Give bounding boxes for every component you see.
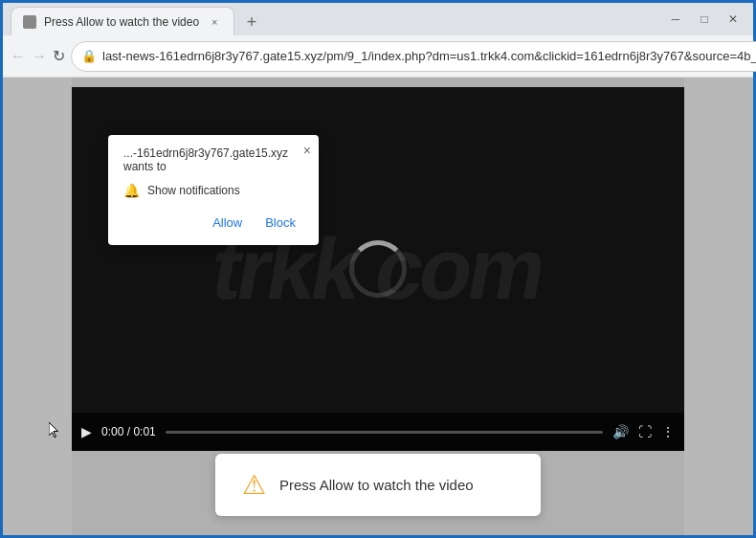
minimize-button[interactable]: ─ — [663, 7, 688, 32]
active-tab[interactable]: Press Allow to watch the video × — [11, 7, 234, 35]
page-bg-right — [684, 78, 753, 535]
bottom-banner: ⚠ Press Allow to watch the video — [215, 454, 541, 516]
forward-button[interactable]: → — [32, 43, 47, 70]
popup-header: ...-161edrn6j8r3y767.gate15.xyz wants to — [123, 146, 303, 173]
title-bar: Press Allow to watch the video × + ─ □ ✕ — [3, 3, 753, 35]
tab-title: Press Allow to watch the video — [44, 15, 199, 29]
tab-close-button[interactable]: × — [207, 14, 222, 30]
new-tab-button[interactable]: + — [238, 9, 265, 35]
fullscreen-button[interactable]: ⛶ — [638, 424, 652, 439]
address-bar: ← → ↻ 🔒 last-news-161edrn6j8r3y767.gate1… — [3, 35, 753, 78]
tabs-area: Press Allow to watch the video × + — [11, 3, 663, 35]
popup-buttons: Allow Block — [123, 212, 303, 234]
reload-button[interactable]: ↻ — [53, 43, 65, 70]
page-bg-left — [3, 78, 72, 535]
warning-icon: ⚠ — [242, 469, 266, 501]
video-controls: ▶ 0:00 / 0:01 🔊 ⛶ ⋮ — [72, 413, 684, 451]
url-text: last-news-161edrn6j8r3y767.gate15.xyz/pm… — [102, 49, 756, 63]
popup-close-button[interactable]: × — [303, 143, 311, 158]
close-button[interactable]: ✕ — [721, 7, 745, 32]
url-bar[interactable]: 🔒 last-news-161edrn6j8r3y767.gate15.xyz/… — [71, 41, 756, 72]
block-button[interactable]: Block — [257, 212, 303, 234]
lock-icon: 🔒 — [81, 49, 97, 63]
notification-label: Show notifications — [147, 184, 240, 197]
page-content: trkk com ▶ 0:00 / 0:01 🔊 ⛶ ⋮ × — [3, 78, 753, 535]
restore-button[interactable]: □ — [692, 7, 717, 32]
bell-icon: 🔔 — [123, 183, 140, 198]
progress-bar[interactable] — [166, 431, 603, 434]
loading-spinner — [349, 240, 407, 298]
volume-button[interactable]: 🔊 — [612, 424, 629, 439]
popup-notification-row: 🔔 Show notifications — [123, 183, 303, 198]
banner-text: Press Allow to watch the video — [279, 477, 474, 493]
back-button[interactable]: ← — [11, 43, 26, 70]
time-display: 0:00 / 0:01 — [101, 425, 156, 438]
tab-favicon — [23, 15, 36, 29]
play-button[interactable]: ▶ — [81, 424, 92, 439]
notification-popup: × ...-161edrn6j8r3y767.gate15.xyz wants … — [108, 135, 319, 245]
more-options-button[interactable]: ⋮ — [661, 424, 675, 439]
browser-window: Press Allow to watch the video × + ─ □ ✕… — [0, 0, 756, 538]
allow-button[interactable]: Allow — [205, 212, 250, 234]
window-controls: ─ □ ✕ — [663, 7, 745, 32]
